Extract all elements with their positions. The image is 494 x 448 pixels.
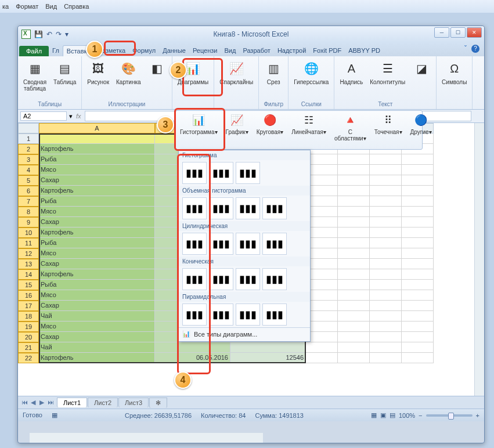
cell[interactable]	[370, 342, 402, 353]
view-layout-icon[interactable]: ▣	[380, 411, 386, 419]
cell[interactable]	[370, 332, 402, 342]
cell[interactable]	[370, 217, 402, 227]
help-icon[interactable]: ?	[471, 45, 479, 53]
cell[interactable]	[306, 332, 338, 342]
gallery-item[interactable]: ▮▮▮	[236, 233, 260, 255]
cell[interactable]	[306, 196, 338, 207]
cell[interactable]	[39, 133, 155, 144]
cell[interactable]	[306, 311, 338, 321]
cell[interactable]	[370, 154, 402, 165]
row-header[interactable]: 3	[18, 154, 39, 165]
row-header[interactable]: 8	[18, 207, 39, 217]
sheet-tab-new[interactable]: ✻	[149, 398, 167, 408]
cell[interactable]	[306, 186, 338, 196]
cell[interactable]	[306, 154, 338, 165]
cell[interactable]	[402, 311, 434, 321]
cell[interactable]	[370, 280, 402, 290]
cell[interactable]	[370, 207, 402, 217]
cell[interactable]	[338, 269, 370, 280]
cell[interactable]	[338, 280, 370, 290]
cell[interactable]: Мясо	[39, 207, 155, 217]
sheet-tab[interactable]: Лист2	[88, 398, 118, 407]
cell[interactable]: Картофель	[39, 186, 155, 196]
cell[interactable]	[306, 238, 338, 248]
vertical-scrollbar[interactable]	[474, 123, 484, 396]
cell[interactable]	[370, 321, 402, 332]
chart-type-button[interactable]: 🔴Круговая▾	[253, 111, 287, 149]
cell[interactable]	[370, 290, 402, 301]
save-icon[interactable]: 💾	[34, 30, 43, 38]
gallery-item[interactable]: ▮▮▮	[209, 233, 233, 255]
ribbon-tab[interactable]: Рецензи	[189, 45, 221, 56]
chart-type-button[interactable]: 🔵Другие▾	[406, 111, 436, 149]
qat-dropdown-icon[interactable]: ▾	[65, 30, 68, 38]
ribbon-tab[interactable]: Формул	[129, 45, 159, 56]
cell[interactable]: Картофель	[39, 269, 155, 280]
cell[interactable]: Сахар	[39, 332, 155, 342]
ribbon-tab[interactable]: Данные	[159, 45, 189, 56]
cell[interactable]	[402, 186, 434, 196]
cell[interactable]	[306, 248, 338, 259]
cell[interactable]: Мясо	[39, 248, 155, 259]
cell[interactable]	[370, 175, 402, 186]
cell[interactable]: 12546	[230, 353, 306, 363]
cell[interactable]	[230, 342, 306, 353]
row-header[interactable]: 17	[18, 301, 39, 311]
cell[interactable]	[370, 165, 402, 175]
gallery-item[interactable]: ▮▮▮	[236, 268, 260, 290]
cell[interactable]	[306, 217, 338, 227]
cell[interactable]	[306, 321, 338, 332]
row-header[interactable]: 6	[18, 186, 39, 196]
cell[interactable]	[306, 165, 338, 175]
zoom-in-icon[interactable]: +	[476, 412, 479, 419]
row-header[interactable]: 4	[18, 165, 39, 175]
zoom-level[interactable]: 100%	[399, 412, 415, 419]
zoom-out-icon[interactable]: −	[419, 412, 422, 419]
ribbon-button[interactable]: ☰Колонтитулы	[367, 57, 408, 87]
horizontal-scrollbar[interactable]	[30, 433, 263, 443]
ribbon-button[interactable]: ▦Своднаятаблица	[20, 57, 49, 93]
cell[interactable]	[402, 207, 434, 217]
cell[interactable]	[338, 207, 370, 217]
row-header[interactable]: 19	[18, 321, 39, 332]
row-header[interactable]: 5	[18, 175, 39, 186]
cell[interactable]	[306, 269, 338, 280]
cell[interactable]: Сахар	[39, 259, 155, 269]
cell[interactable]: Мясо	[39, 165, 155, 175]
cell[interactable]	[338, 301, 370, 311]
ribbon-tab[interactable]: Разработ	[239, 45, 273, 56]
cell[interactable]	[306, 353, 338, 363]
gallery-item[interactable]: ▮▮▮	[236, 304, 260, 326]
redo-icon[interactable]: ↷	[56, 30, 62, 38]
cell[interactable]	[338, 196, 370, 207]
cell[interactable]: Рыба	[39, 238, 155, 248]
cell[interactable]: Картофель	[39, 353, 155, 363]
cell[interactable]	[306, 259, 338, 269]
ribbon-button[interactable]: ◪	[409, 57, 434, 81]
ribbon-button[interactable]: ▤Таблица	[51, 57, 79, 87]
ribbon-tab[interactable]: Вид	[221, 45, 240, 56]
row-header[interactable]: 20	[18, 332, 39, 342]
minimize-ribbon-icon[interactable]: ˇ	[464, 45, 467, 53]
ribbon-button[interactable]: 📈Спарклайны	[217, 57, 256, 87]
gallery-item[interactable]: ▮▮▮	[236, 162, 260, 184]
gallery-item[interactable]: ▮▮▮	[182, 304, 207, 326]
gallery-item[interactable]: ▮▮▮	[209, 304, 233, 326]
cell[interactable]	[370, 259, 402, 269]
cell[interactable]	[338, 227, 370, 238]
cell[interactable]	[370, 227, 402, 238]
cell[interactable]: Сахар	[39, 217, 155, 227]
chart-type-button[interactable]: 📈График▾	[222, 111, 253, 149]
name-box[interactable]: A2	[20, 111, 67, 121]
cell[interactable]	[402, 238, 434, 248]
cell[interactable]	[402, 290, 434, 301]
ribbon-button[interactable]: ▥Срез	[261, 57, 286, 87]
cell[interactable]	[306, 175, 338, 186]
ribbon-tab[interactable]: ABBYY PD	[345, 45, 384, 56]
column-header[interactable]: A	[39, 123, 155, 133]
cell[interactable]: Рыба	[39, 154, 155, 165]
cell[interactable]	[306, 342, 338, 353]
cell[interactable]	[370, 311, 402, 321]
cell[interactable]	[402, 165, 434, 175]
ribbon-button[interactable]: 🎨Картинка	[113, 57, 144, 87]
